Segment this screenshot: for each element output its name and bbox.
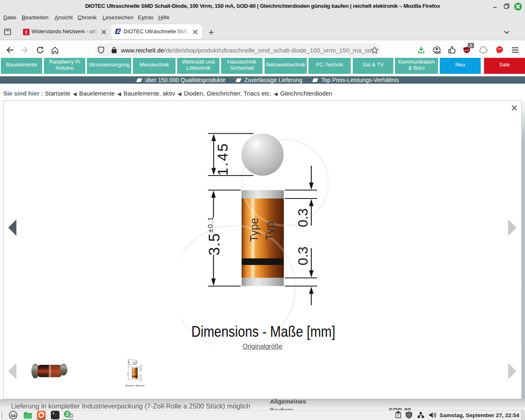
- svg-text:$_: $_: [52, 412, 57, 415]
- svg-text:2: 2: [66, 411, 69, 417]
- svg-text:uO: uO: [465, 48, 469, 52]
- svg-text:8: 8: [470, 43, 472, 48]
